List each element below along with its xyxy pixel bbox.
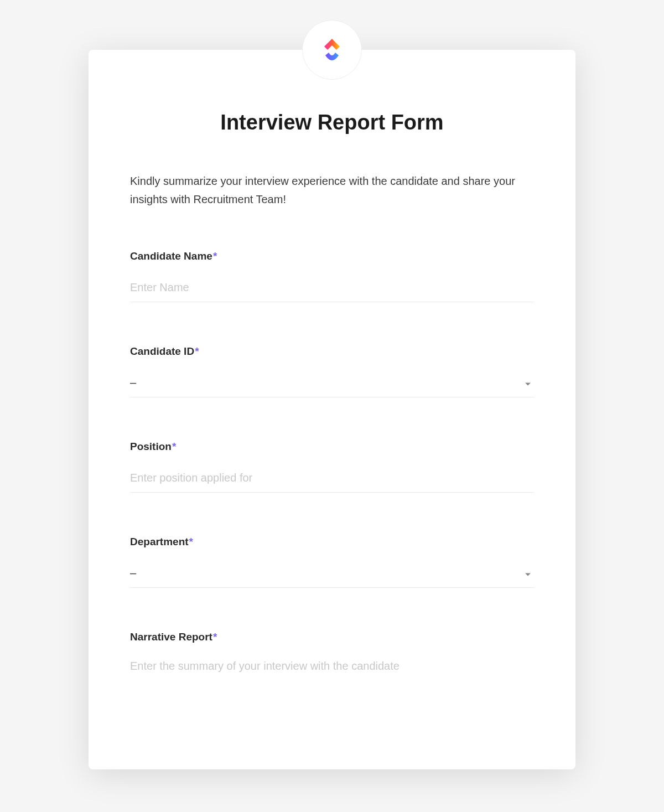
- required-marker: *: [213, 631, 217, 643]
- field-candidate-name: Candidate Name*: [130, 250, 534, 302]
- department-select[interactable]: –: [130, 562, 534, 588]
- logo-container: [302, 20, 362, 80]
- position-input[interactable]: [130, 467, 534, 493]
- department-value: –: [130, 567, 136, 579]
- field-department: Department* –: [130, 536, 534, 588]
- form-description: Kindly summarize your interview experien…: [130, 172, 534, 209]
- chevron-down-icon: [525, 382, 531, 385]
- candidate-id-value: –: [130, 376, 136, 389]
- required-marker: *: [213, 250, 217, 262]
- candidate-id-label: Candidate ID*: [130, 345, 534, 358]
- candidate-name-input[interactable]: [130, 277, 534, 302]
- chevron-down-icon: [525, 573, 531, 576]
- narrative-report-label: Narrative Report*: [130, 631, 534, 643]
- field-narrative-report: Narrative Report* Enter the summary of y…: [130, 631, 534, 675]
- candidate-name-label: Candidate Name*: [130, 250, 534, 262]
- required-marker: *: [195, 345, 199, 357]
- field-position: Position*: [130, 441, 534, 493]
- form-card: Interview Report Form Kindly summarize y…: [89, 50, 575, 769]
- narrative-report-input[interactable]: Enter the summary of your interview with…: [130, 658, 534, 675]
- required-marker: *: [189, 536, 193, 547]
- form-title: Interview Report Form: [130, 111, 534, 135]
- required-marker: *: [172, 441, 176, 452]
- clickup-logo-icon: [317, 34, 347, 65]
- candidate-id-select[interactable]: –: [130, 372, 534, 397]
- department-label: Department*: [130, 536, 534, 548]
- position-label: Position*: [130, 441, 534, 453]
- field-candidate-id: Candidate ID* –: [130, 345, 534, 397]
